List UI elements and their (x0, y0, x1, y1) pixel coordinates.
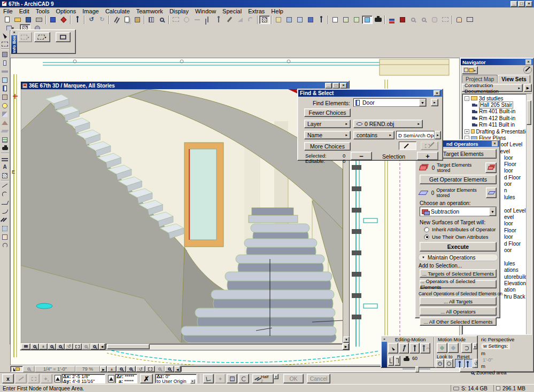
marquee-type-1-icon[interactable]: ▾ (18, 32, 32, 42)
coord-close-icon[interactable]: x (2, 374, 14, 383)
mode-more-icon[interactable]: ▸ (473, 343, 477, 349)
mode-turn-icon[interactable] (461, 343, 472, 353)
hscroll-left-icon[interactable]: ◀ (99, 343, 105, 350)
navigator-eyedrop-icon[interactable] (523, 66, 532, 74)
gravity-icon[interactable] (203, 374, 214, 383)
mode-fly-icon[interactable] (437, 343, 447, 353)
camera-tool-icon[interactable] (1, 144, 10, 152)
elevation-icon[interactable] (203, 15, 213, 24)
pen-icon[interactable] (224, 15, 235, 24)
snap-plus-icon[interactable]: + (215, 374, 226, 383)
ra-fields[interactable]: Δr: ***** a: ***** (115, 374, 137, 383)
menu-tools[interactable]: Tools (33, 8, 53, 14)
edit-select-motion-icon[interactable] (388, 343, 398, 354)
viewport-hscrollbar[interactable] (105, 343, 343, 350)
find-elements-select[interactable]: Door ▼ (353, 98, 427, 107)
zoom-indicator[interactable]: 79 % (75, 366, 100, 372)
vp-zoom-out-icon[interactable] (56, 343, 65, 350)
redo-icon[interactable]: ↻ (97, 15, 107, 24)
new-icon[interactable] (2, 15, 12, 24)
tree-item-folder[interactable]: -3d studies (465, 95, 531, 101)
marquee-tool-icon[interactable] (171, 15, 181, 24)
coord-add-icon[interactable]: +, (41, 374, 52, 383)
qb-prev-zoom-icon[interactable] (155, 366, 165, 372)
marquee-type-2-icon[interactable]: ▾ (34, 32, 50, 42)
minimize-button[interactable]: _ (510, 1, 517, 7)
marquee-type-3-icon[interactable] (56, 32, 71, 42)
roof-tool-icon[interactable] (1, 119, 10, 127)
vp-prev-zoom-icon[interactable] (82, 343, 90, 350)
vp-next-zoom-icon[interactable] (90, 343, 99, 350)
find-elements-dropdown-icon[interactable]: ▼ (419, 99, 426, 106)
vp-orbit-icon[interactable]: ↺ (65, 343, 73, 350)
pick-marquee-icon[interactable] (421, 142, 438, 150)
beam-tool-icon[interactable] (1, 67, 10, 75)
menu-calculate[interactable]: Calculate (102, 8, 133, 14)
viewset-dropdown[interactable]: Construction Documentation▸ (462, 84, 523, 92)
menu-help[interactable]: Help (268, 8, 287, 14)
menu-image[interactable]: Image (79, 8, 102, 14)
qb-flyout-icon[interactable]: ▶ (100, 366, 107, 372)
look-horizontal-icon[interactable] (436, 359, 444, 368)
navigator-titlebar[interactable]: Navigator × (461, 59, 533, 65)
line-tool-icon[interactable] (1, 182, 10, 190)
fill-tool-icon[interactable] (1, 171, 10, 179)
slab-tool-icon[interactable] (1, 127, 10, 135)
qb-mag-icon[interactable] (23, 366, 35, 372)
door-tool-icon[interactable] (1, 84, 10, 92)
scale-indicator[interactable]: 1/4" = 1'-0" (35, 366, 75, 372)
clipboard-1-icon[interactable] (340, 15, 351, 24)
layer-criteria-button[interactable]: Layer▸ (304, 120, 351, 128)
scroll-down-icon[interactable]: ▼ (343, 336, 350, 343)
preview-icon[interactable] (465, 15, 475, 24)
find-select-close-icon[interactable]: × (434, 90, 440, 96)
zoomed-area-row[interactable]: Zoomed area (471, 370, 507, 375)
teamwork-icon[interactable] (72, 15, 83, 24)
drag-icon[interactable] (213, 15, 224, 24)
tree-item-view[interactable]: Rm 411 Built in (465, 122, 531, 128)
origin-dropdown-icon[interactable]: ▸ (190, 379, 195, 383)
rotated-grid-icon[interactable] (157, 15, 167, 24)
layer-value-button[interactable]: 0 REND.obj ▸ (353, 120, 423, 128)
dimension-tool-icon[interactable] (1, 154, 10, 162)
rotate-icon[interactable] (181, 15, 192, 24)
hatch-toggle-icon[interactable] (259, 15, 270, 24)
menu-file[interactable]: File (0, 8, 16, 14)
arc-icon[interactable] (245, 15, 256, 24)
arrow-tool-icon[interactable] (1, 32, 10, 40)
arc-tool-icon[interactable] (1, 190, 10, 198)
a-value[interactable]: ***** (125, 379, 134, 384)
mode-pan-icon[interactable] (448, 343, 459, 353)
hscroll-right-icon[interactable]: ▶ (343, 343, 349, 350)
cut-icon[interactable] (111, 15, 121, 24)
object-tool-icon[interactable] (1, 93, 10, 101)
menu-display[interactable]: Display (166, 8, 192, 14)
look-target-icon[interactable] (445, 359, 453, 368)
mesh-tool-icon[interactable] (1, 136, 10, 144)
column-tool-icon[interactable] (1, 59, 10, 67)
navigator-close-icon[interactable]: × (525, 59, 531, 65)
vp-zoom-box-icon[interactable] (30, 343, 39, 350)
all-operators-button[interactable]: ... All Operators (420, 307, 497, 316)
polyline-tool-icon[interactable] (1, 199, 10, 207)
motion-close-icon[interactable]: × (382, 336, 387, 341)
maintain-operations-header[interactable]: ▼ Maintain Operations (418, 254, 498, 261)
operation-select[interactable]: Subtraction ▼ (420, 207, 497, 216)
magic-wand-icon[interactable] (238, 374, 249, 383)
navigator-mode-button[interactable]: ▸ (462, 66, 478, 74)
detail-tool-icon[interactable] (1, 241, 10, 249)
camera-icon[interactable] (373, 15, 383, 24)
menu-teamwork[interactable]: Teamwork (133, 8, 166, 14)
walkthrough-icon[interactable] (316, 15, 327, 24)
window-tool-icon[interactable] (1, 76, 10, 84)
qb-scroll-left-icon[interactable]: ◀ (174, 366, 181, 372)
coord-x-icon[interactable]: ✗ (140, 374, 153, 383)
new-window-icon[interactable] (330, 15, 340, 24)
hotspot-tool-icon[interactable] (1, 216, 10, 224)
fov-slider[interactable] (403, 369, 430, 370)
save-icon[interactable] (23, 15, 34, 24)
show-operators-icon[interactable] (486, 187, 497, 198)
xy-fields[interactable]: Δx: 2'-5 1/8" Δy: 4'-8 11/16" (61, 374, 105, 383)
half-flyout-icon[interactable]: ▸ (274, 374, 278, 379)
name-value-field[interactable]: D SemiArch Opening (396, 131, 435, 139)
